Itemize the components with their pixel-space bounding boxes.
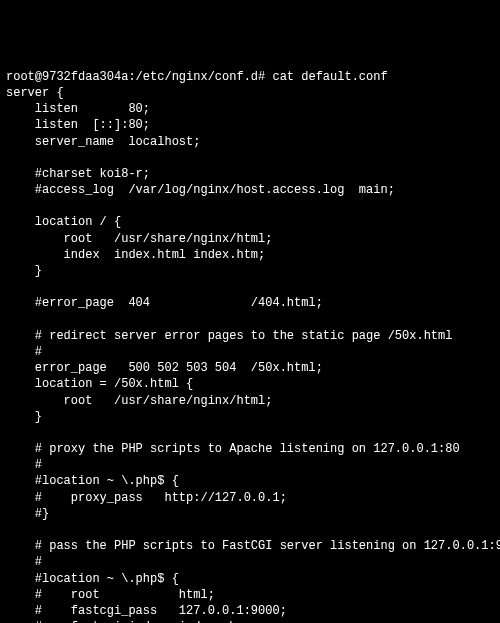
output-line: server_name localhost; [6, 134, 494, 150]
output-line: #location ~ \.php$ { [6, 571, 494, 587]
output-line: # proxy the PHP scripts to Apache listen… [6, 441, 494, 457]
shell-command: cat default.conf [272, 70, 387, 84]
output-line [6, 425, 494, 441]
output-line: server { [6, 85, 494, 101]
output-line: # fastcgi_pass 127.0.0.1:9000; [6, 603, 494, 619]
output-line: listen [::]:80; [6, 117, 494, 133]
output-line [6, 150, 494, 166]
output-line [6, 312, 494, 328]
output-line: index index.html index.htm; [6, 247, 494, 263]
output-line [6, 522, 494, 538]
output-line: root /usr/share/nginx/html; [6, 393, 494, 409]
output-line: # pass the PHP scripts to FastCGI server… [6, 538, 494, 554]
terminal-output: server { listen 80; listen [::]:80; serv… [6, 85, 494, 623]
output-line [6, 279, 494, 295]
output-line: # root html; [6, 587, 494, 603]
shell-prompt: root@9732fdaa304a:/etc/nginx/conf.d# [6, 70, 272, 84]
output-line: location / { [6, 214, 494, 230]
output-line: # [6, 344, 494, 360]
output-line: # redirect server error pages to the sta… [6, 328, 494, 344]
output-line: } [6, 263, 494, 279]
output-line: #access_log /var/log/nginx/host.access.l… [6, 182, 494, 198]
output-line: # proxy_pass http://127.0.0.1; [6, 490, 494, 506]
output-line: #charset koi8-r; [6, 166, 494, 182]
output-line: # fastcgi_index index.php; [6, 619, 494, 623]
output-line: #} [6, 506, 494, 522]
output-line [6, 198, 494, 214]
output-line: root /usr/share/nginx/html; [6, 231, 494, 247]
prompt-line[interactable]: root@9732fdaa304a:/etc/nginx/conf.d# cat… [6, 69, 494, 85]
output-line: } [6, 409, 494, 425]
output-line: error_page 500 502 503 504 /50x.html; [6, 360, 494, 376]
output-line: listen 80; [6, 101, 494, 117]
output-line: location = /50x.html { [6, 376, 494, 392]
output-line: #location ~ \.php$ { [6, 473, 494, 489]
output-line: # [6, 457, 494, 473]
output-line: # [6, 554, 494, 570]
output-line: #error_page 404 /404.html; [6, 295, 494, 311]
